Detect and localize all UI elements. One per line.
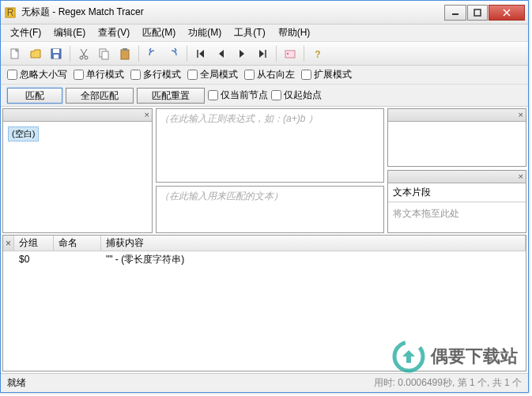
match-reset-button[interactable]: 匹配重置 <box>137 88 205 104</box>
menu-help[interactable]: 帮助(H) <box>272 25 317 41</box>
open-file-icon[interactable] <box>26 44 45 63</box>
minimize-button[interactable] <box>444 5 466 21</box>
opt-only-current[interactable]: 仅当前节点 <box>208 89 268 102</box>
menu-edit[interactable]: 编辑(E) <box>47 25 92 41</box>
status-ready: 就绪 <box>7 376 374 390</box>
svg-text:R: R <box>7 7 14 18</box>
statusbar: 就绪 用时: 0.0006499秒, 第 1 个, 共 1 个 <box>1 373 528 392</box>
action-bar: 匹配 全部匹配 匹配重置 仅当前节点 仅起始点 <box>1 85 528 107</box>
table-row[interactable]: $0 "" - (零长度字符串) <box>3 251 526 267</box>
close-icon[interactable]: × <box>3 236 14 251</box>
next-icon[interactable] <box>232 44 251 63</box>
opt-only-start[interactable]: 仅起始点 <box>271 89 322 102</box>
col-group[interactable]: 分组 <box>14 236 54 251</box>
main-area: × (空白) （在此输入正则表达式，如：(a+)b ） （在此输入用来匹配的文本… <box>1 107 528 373</box>
svg-text:?: ? <box>315 49 320 60</box>
match-all-button[interactable]: 全部匹配 <box>66 88 134 104</box>
col-name[interactable]: 命名 <box>54 236 101 251</box>
options-bar: 忽略大小写 单行模式 多行模式 全局模式 从右向左 扩展模式 <box>1 66 528 85</box>
separator <box>70 46 70 62</box>
tree-root-node[interactable]: (空白) <box>8 126 39 141</box>
svg-point-13 <box>80 56 83 59</box>
opt-ignorecase[interactable]: 忽略大小写 <box>7 68 67 81</box>
separator <box>276 46 277 62</box>
svg-marker-20 <box>199 50 204 58</box>
cut-icon[interactable] <box>74 44 93 63</box>
table-header: × 分组 命名 捕获内容 <box>3 236 526 251</box>
svg-marker-23 <box>259 50 264 58</box>
snippet-hint[interactable]: 将文本拖至此处 <box>388 202 526 232</box>
tree-body[interactable]: (空白) <box>3 122 152 232</box>
status-timing: 用时: 0.0006499秒, 第 1 个, 共 1 个 <box>374 376 522 390</box>
separator <box>187 46 187 62</box>
close-icon[interactable]: × <box>145 109 149 121</box>
snippet-title: 文本片段 <box>388 183 526 202</box>
svg-rect-25 <box>285 51 295 58</box>
right-empty-pane: × <box>387 108 526 167</box>
window-controls <box>444 5 525 21</box>
last-icon[interactable] <box>253 44 272 63</box>
separator <box>138 46 139 62</box>
middle-column: （在此输入正则表达式，如：(a+)b ） （在此输入用来匹配的文本） <box>156 108 384 233</box>
undo-icon[interactable] <box>143 44 162 63</box>
opt-rtl[interactable]: 从右向左 <box>244 68 295 81</box>
redo-icon[interactable] <box>164 44 183 63</box>
opt-singleline[interactable]: 单行模式 <box>74 68 124 81</box>
paste-icon[interactable] <box>115 44 134 63</box>
svg-rect-16 <box>102 51 108 59</box>
maximize-button[interactable] <box>467 5 488 21</box>
regex-input[interactable]: （在此输入正则表达式，如：(a+)b ） <box>156 108 384 183</box>
prev-icon[interactable] <box>212 44 231 63</box>
save-icon[interactable] <box>47 44 66 63</box>
svg-marker-21 <box>219 50 224 58</box>
snippet-pane: × 文本片段 将文本拖至此处 <box>387 170 526 233</box>
run-icon[interactable] <box>281 44 300 63</box>
svg-rect-3 <box>474 9 481 16</box>
cell-content: "" - (零长度字符串) <box>101 251 526 268</box>
separator <box>304 46 304 62</box>
app-window: R 无标题 - Regex Match Tracer 文件(F) 编辑(E) 查… <box>0 0 529 393</box>
right-column: × × 文本片段 将文本拖至此处 <box>387 108 526 233</box>
menu-view[interactable]: 查看(V) <box>92 25 136 41</box>
opt-multiline[interactable]: 多行模式 <box>130 68 181 81</box>
menubar: 文件(F) 编辑(E) 查看(V) 匹配(M) 功能(M) 工具(T) 帮助(H… <box>1 25 528 42</box>
cell-name <box>54 258 101 261</box>
table-body[interactable]: $0 "" - (零长度字符串) <box>3 251 526 371</box>
toolbar: ? <box>1 42 528 66</box>
close-icon[interactable]: × <box>519 109 523 121</box>
svg-marker-22 <box>240 50 244 58</box>
new-file-icon[interactable] <box>6 44 25 63</box>
close-icon[interactable]: × <box>519 171 523 183</box>
svg-rect-10 <box>54 55 58 58</box>
svg-point-26 <box>287 53 289 55</box>
app-icon: R <box>4 6 17 19</box>
first-icon[interactable] <box>191 44 210 63</box>
svg-rect-9 <box>53 49 59 53</box>
copy-icon[interactable] <box>95 44 114 63</box>
window-title: 无标题 - Regex Match Tracer <box>21 6 444 19</box>
menu-function[interactable]: 功能(M) <box>182 25 228 41</box>
titlebar[interactable]: R 无标题 - Regex Match Tracer <box>1 1 528 25</box>
svg-rect-17 <box>121 50 129 59</box>
menu-file[interactable]: 文件(F) <box>4 25 47 41</box>
results-pane: × 分组 命名 捕获内容 $0 "" - (零长度字符串) <box>2 235 526 371</box>
text-input[interactable]: （在此输入用来匹配的文本） <box>156 186 384 233</box>
opt-extended[interactable]: 扩展模式 <box>301 68 352 81</box>
match-button[interactable]: 匹配 <box>7 88 62 104</box>
menu-match[interactable]: 匹配(M) <box>136 25 182 41</box>
svg-point-14 <box>85 56 88 59</box>
upper-panes: × (空白) （在此输入正则表达式，如：(a+)b ） （在此输入用来匹配的文本… <box>2 108 526 233</box>
col-content[interactable]: 捕获内容 <box>101 236 526 251</box>
tree-pane: × (空白) <box>2 108 153 233</box>
help-icon[interactable]: ? <box>308 44 327 63</box>
svg-rect-18 <box>123 48 127 51</box>
opt-global[interactable]: 全局模式 <box>187 68 238 81</box>
menu-tools[interactable]: 工具(T) <box>228 25 271 41</box>
cell-group: $0 <box>14 252 54 266</box>
tree-pane-header: × <box>3 109 152 122</box>
close-button[interactable] <box>489 5 525 21</box>
